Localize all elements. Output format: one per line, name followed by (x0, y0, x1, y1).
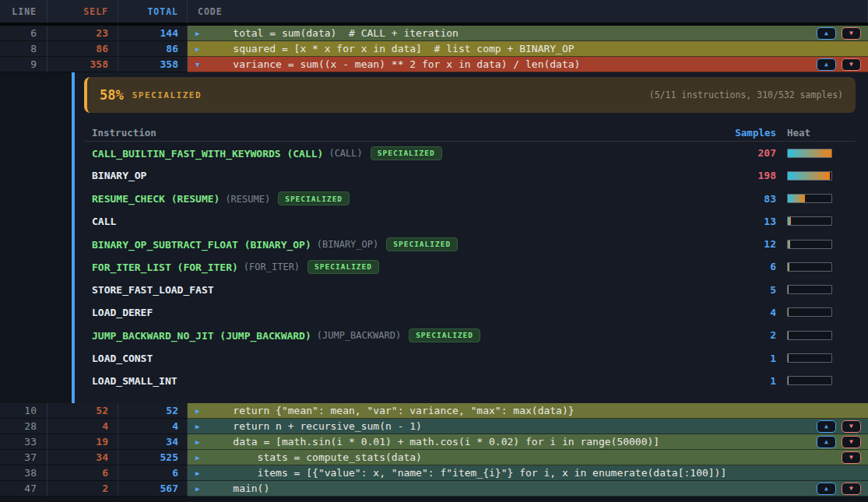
code-source-text: items = [{"value": x, "name": f"item_{i}… (209, 467, 868, 479)
jump-down-button[interactable]: ▼ (842, 436, 861, 448)
heat-bar (787, 240, 832, 249)
specialized-badge: SPECIALIZED (278, 191, 350, 205)
line-number: 28 (0, 419, 47, 434)
instruction-row: LOAD_SMALL_INT1 (84, 370, 856, 392)
self-samples: 34 (47, 450, 118, 465)
instruction-opcode-label: BINARY_OP_SUBTRACT_FLOAT (BINARY_OP) (92, 238, 311, 250)
instruction-opcode-label: RESUME_CHECK (RESUME) (92, 193, 220, 205)
instruction-opcode-label: LOAD_CONST (92, 353, 153, 364)
heat-bar (787, 285, 832, 294)
specialization-banner: 58% SPECIALIZED (5/11 instructions, 310/… (84, 77, 856, 113)
code-row-line-9: 9358358▼ variance = sum((x - mean) ** 2 … (0, 57, 868, 72)
line-number: 9 (0, 57, 47, 72)
heat-bar-fill (788, 263, 789, 271)
self-samples: 19 (47, 434, 118, 450)
instruction-opcode-label: CALL_BUILTIN_FAST_WITH_KEYWORDS (CALL) (92, 147, 323, 159)
line-number: 38 (0, 465, 47, 481)
instruction-name: RESUME_CHECK (RESUME)(RESUME)SPECIALIZED (84, 191, 729, 205)
code-row-line-38: 3866▶ items = [{"value": x, "name": f"it… (0, 465, 868, 481)
total-samples: 144 (118, 26, 188, 41)
code-row-line-6: 623144▶ total = sum(data) # CALL + itera… (0, 26, 868, 41)
jump-up-button[interactable]: ▲ (817, 436, 836, 448)
code-cell: ▶ squared = [x * x for x in data] # list… (188, 41, 868, 57)
self-samples: 86 (47, 41, 118, 57)
instruction-row: RESUME_CHECK (RESUME)(RESUME)SPECIALIZED… (84, 188, 856, 210)
self-samples: 4 (47, 419, 118, 434)
code-row-line-28: 2844▶ return n + recursive_sum(n - 1)▲▼ (0, 419, 868, 434)
heat-column-header: Heat (787, 127, 856, 139)
code-cell: ▶ return {"mean": mean, "var": variance,… (188, 403, 868, 419)
instruction-base-opcode: (FOR_ITER) (244, 262, 300, 272)
instruction-column-header: Instruction (92, 127, 729, 139)
instruction-name: FOR_ITER_LIST (FOR_ITER)(FOR_ITER)SPECIA… (84, 260, 729, 274)
instruction-sample-count: 12 (729, 238, 776, 250)
jump-up-button[interactable]: ▲ (817, 483, 836, 495)
specialized-percent: 58% (100, 87, 124, 103)
line-number: 37 (0, 450, 47, 465)
instruction-name: LOAD_SMALL_INT (84, 375, 729, 387)
heat-bar (787, 353, 832, 363)
heat-bar-fill (788, 172, 830, 180)
instruction-row: CALL_BUILTIN_FAST_WITH_KEYWORDS (CALL)(C… (84, 142, 856, 164)
jump-up-button[interactable]: ▲ (817, 27, 836, 40)
code-source-text: return {"mean": mean, "var": variance, "… (209, 405, 868, 416)
expand-row-icon[interactable]: ▶ (195, 30, 209, 37)
instruction-sample-count: 2 (729, 329, 776, 341)
instruction-name: JUMP_BACKWARD_NO_JIT (JUMP_BACKWARD)(JUM… (84, 328, 729, 342)
profiler-app: LINE SELF TOTAL CODE 623144▶ total = sum… (0, 0, 868, 502)
code-rows-top: 623144▶ total = sum(data) # CALL + itera… (0, 26, 868, 72)
line-number: 33 (0, 434, 47, 450)
expanded-line-panel: 58% SPECIALIZED (5/11 instructions, 310/… (72, 72, 868, 403)
line-number: 47 (0, 481, 47, 497)
total-samples: 52 (118, 403, 188, 419)
instruction-row: BINARY_OP198 (84, 164, 856, 187)
expand-row-icon[interactable]: ▶ (195, 423, 209, 430)
instruction-row: BINARY_OP_SUBTRACT_FLOAT (BINARY_OP)(BIN… (84, 233, 856, 255)
specialized-badge: SPECIALIZED (307, 260, 379, 274)
heat-bar-fill (788, 217, 791, 225)
code-row-line-10: 105252▶ return {"mean": mean, "var": var… (0, 403, 868, 419)
heat-bar-fill (788, 332, 789, 339)
self-samples: 2 (47, 481, 118, 497)
row-nav-buttons: ▼ (842, 451, 861, 464)
jump-down-button[interactable]: ▼ (842, 58, 861, 71)
total-samples: 525 (118, 450, 188, 465)
instruction-table-header: Instruction Samples Heat (84, 124, 856, 142)
expand-row-icon[interactable]: ▶ (195, 454, 209, 462)
instruction-name: STORE_FAST_LOAD_FAST (84, 284, 729, 296)
specialized-badge: SPECIALIZED (386, 237, 458, 251)
instruction-name: LOAD_CONST (84, 353, 729, 364)
jump-down-button[interactable]: ▼ (842, 27, 861, 40)
jump-up-button[interactable]: ▲ (817, 420, 836, 433)
jump-down-button[interactable]: ▼ (842, 420, 861, 433)
total-samples: 4 (118, 419, 188, 434)
expand-row-icon[interactable]: ▶ (195, 438, 209, 446)
heat-bar (787, 262, 832, 272)
heat-bar-fill (788, 240, 790, 248)
expand-row-icon[interactable]: ▶ (195, 469, 209, 477)
self-samples: 6 (47, 465, 118, 481)
jump-down-button[interactable]: ▼ (842, 451, 861, 464)
row-nav-buttons: ▲▼ (817, 27, 861, 40)
heat-bar-fill (788, 195, 805, 202)
expand-row-icon[interactable]: ▶ (195, 485, 209, 493)
jump-up-button[interactable]: ▲ (817, 58, 836, 71)
code-row-line-47: 472567▶ main()▲▼ (0, 481, 868, 497)
code-row-line-33: 331934▶ data = [math.sin(i * 0.01) + mat… (0, 434, 868, 450)
collapse-row-icon[interactable]: ▼ (195, 61, 209, 68)
instruction-sample-count: 1 (729, 375, 776, 387)
code-rows-bottom: 105252▶ return {"mean": mean, "var": var… (0, 403, 868, 497)
instruction-base-opcode: (BINARY_OP) (317, 239, 378, 250)
instruction-row: FOR_ITER_LIST (FOR_ITER)(FOR_ITER)SPECIA… (84, 255, 856, 278)
code-source-text: main() (209, 483, 817, 494)
heat-bar (787, 376, 832, 385)
code-source-text: squared = [x * x for x in data] # list c… (209, 43, 868, 54)
instruction-name: LOAD_DEREF (84, 307, 729, 318)
expand-row-icon[interactable]: ▶ (195, 45, 209, 53)
instruction-name: BINARY_OP_SUBTRACT_FLOAT (BINARY_OP)(BIN… (84, 237, 729, 251)
jump-down-button[interactable]: ▼ (842, 483, 861, 495)
expand-row-icon[interactable]: ▶ (195, 407, 209, 415)
code-row-line-8: 88686▶ squared = [x * x for x in data] #… (0, 41, 868, 57)
code-cell: ▶ return n + recursive_sum(n - 1)▲▼ (188, 419, 868, 434)
heat-bar (787, 194, 832, 203)
